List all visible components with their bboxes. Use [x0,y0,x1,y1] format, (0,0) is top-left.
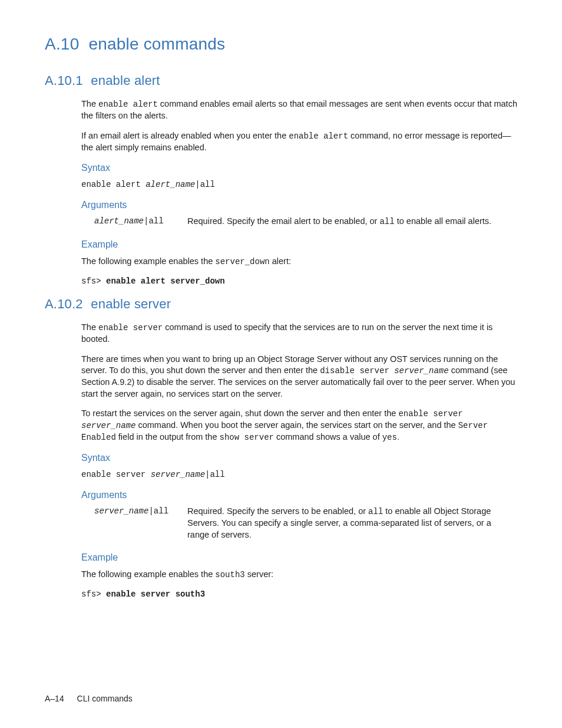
paragraph: The enable alert command enables email a… [81,98,517,121]
table-row: alert_name|all Required. Specify the ema… [94,216,517,230]
footer-title: CLI commands [77,694,133,703]
inline-code: enable server [398,409,462,419]
paragraph: There are times when you want to bring u… [81,354,517,400]
inline-code: disable server [320,366,394,375]
arguments-heading: Arguments [81,199,517,212]
inline-variable: server_name [81,421,135,430]
argument-name: server_name|all [94,506,187,543]
section-title: enable commands [88,35,225,53]
subsection-number: A.10.2 [45,295,87,313]
argument-description: Required. Specify the email alert to be … [187,216,517,230]
subsection-heading: A.10.1 enable alert [45,72,517,90]
inline-code: south3 [215,570,244,579]
section-heading: A.10 enable commands [45,33,517,55]
subsection-title: enable server [91,297,171,311]
inline-code: all [368,507,383,516]
arguments-heading: Arguments [81,489,517,502]
inline-code: all [379,217,394,226]
table-row: server_name|all Required. Specify the se… [94,506,517,543]
paragraph: The following example enables the server… [81,256,517,268]
inline-variable: server_name [394,366,448,375]
syntax-variable: alert_name [146,180,195,189]
paragraph: The enable server command is used to spe… [81,322,517,345]
syntax-block: enable server server_name|all [81,469,517,480]
paragraph: To restart the services on the server ag… [81,408,517,443]
example-heading: Example [81,551,517,564]
syntax-heading: Syntax [81,452,517,465]
subsection-body: The enable server command is used to spe… [81,322,517,599]
example-heading: Example [81,238,517,251]
inline-code: enable alert [98,100,158,109]
syntax-heading: Syntax [81,162,517,174]
inline-code: yes [382,433,397,442]
syntax-variable: server_name [151,470,205,479]
arguments-table: alert_name|all Required. Specify the ema… [94,216,517,230]
argument-name: alert_name|all [94,216,187,230]
arguments-table: server_name|all Required. Specify the se… [94,506,517,543]
subsection-body: The enable alert command enables email a… [81,98,517,286]
subsection-title: enable alert [91,73,160,88]
page-number: A–14 [45,694,64,703]
page-footer: A–14 CLI commands [45,693,133,704]
inline-code: show server [220,433,274,442]
paragraph: The following example enables the south3… [81,569,517,581]
paragraph: If an email alert is already enabled whe… [81,130,517,153]
example-block: sfs> enable server south3 [81,589,517,600]
inline-code: enable server [98,323,163,332]
subsection-heading: A.10.2 enable server [45,295,517,313]
syntax-block: enable alert alert_name|all [81,179,517,190]
example-block: sfs> enable alert server_down [81,276,517,287]
inline-code: server_down [215,257,269,266]
inline-code: enable alert [289,131,348,141]
subsection-number: A.10.1 [45,72,87,90]
argument-description: Required. Specify the servers to be enab… [187,506,517,543]
section-number: A.10 [45,35,79,53]
